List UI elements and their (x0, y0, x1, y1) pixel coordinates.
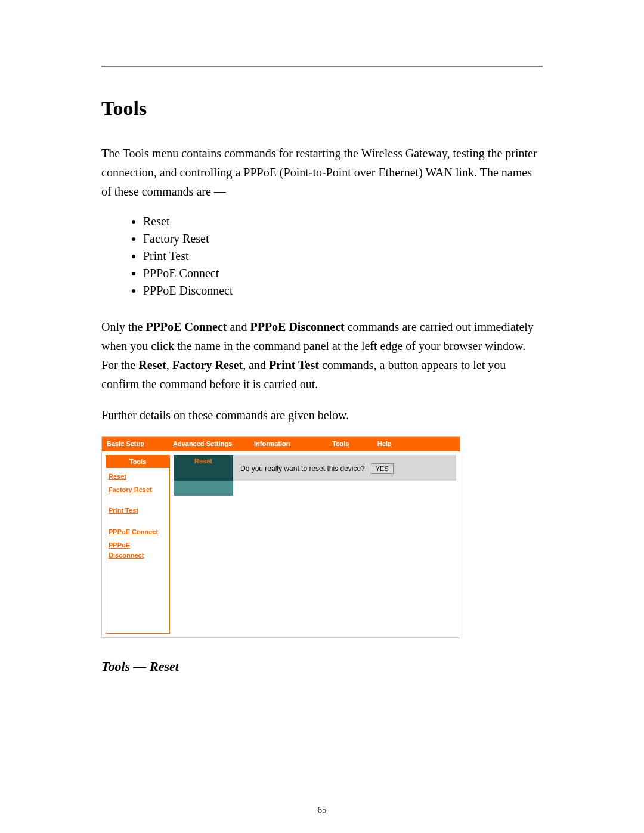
list-item: PPPoE Connect (143, 265, 543, 282)
text: Only the (101, 320, 145, 333)
subsection-heading: Tools — Reset (101, 656, 543, 677)
bold-text: Print Test (269, 358, 319, 371)
nav-help[interactable]: Help (373, 437, 409, 451)
body-text: The Tools menu contains commands for res… (101, 144, 543, 677)
sidebar-title: Tools (106, 456, 169, 469)
bold-text: PPPoE Disconnect (250, 320, 344, 333)
sidebar-links: Reset Factory Reset Print Test PPPoE Con… (106, 468, 169, 566)
text: , (166, 358, 172, 371)
nav-information[interactable]: Information (249, 437, 327, 451)
explanation-paragraph: Only the PPPoE Connect and PPPoE Disconn… (101, 317, 543, 394)
ui-body: Tools Reset Factory Reset Print Test PPP… (102, 451, 460, 637)
text: , and (243, 358, 269, 371)
page-number: 65 (0, 805, 644, 815)
teal-strip (174, 481, 233, 496)
reset-prompt: Do you really want to reset this device? (240, 463, 365, 475)
bold-text: PPPoE Connect (145, 320, 227, 333)
list-item: PPPoE Disconnect (143, 282, 543, 299)
bold-text: Reset (138, 358, 166, 371)
sidebar-pppoe-disconnect[interactable]: PPPoE Disconnect (109, 540, 167, 561)
nav-advanced-settings[interactable]: Advanced Settings (168, 437, 249, 451)
sidebar: Tools Reset Factory Reset Print Test PPP… (106, 455, 170, 634)
section-label: Reset (174, 455, 233, 481)
sidebar-factory-reset[interactable]: Factory Reset (109, 485, 152, 496)
content-box: Do you really want to reset this device?… (233, 455, 456, 481)
top-rule (101, 66, 543, 67)
router-ui-screenshot: Basic Setup Advanced Settings Informatio… (101, 436, 460, 638)
sidebar-pppoe-connect[interactable]: PPPoE Connect (109, 527, 158, 538)
filler-row (174, 481, 456, 496)
sidebar-reset[interactable]: Reset (109, 472, 126, 482)
top-nav: Basic Setup Advanced Settings Informatio… (102, 437, 460, 451)
text: and (227, 320, 250, 333)
nav-tools[interactable]: Tools (327, 437, 373, 451)
document-page: Tools The Tools menu contains commands f… (0, 0, 644, 833)
bold-text: Factory Reset (172, 358, 243, 371)
section-heading: Tools (101, 97, 543, 120)
yes-button[interactable]: YES (371, 463, 394, 474)
further-details-paragraph: Further details on these commands are gi… (101, 405, 543, 425)
nav-basic-setup[interactable]: Basic Setup (102, 437, 168, 451)
content-row: Reset Do you really want to reset this d… (174, 455, 456, 481)
intro-paragraph: The Tools menu contains commands for res… (101, 144, 543, 201)
sidebar-print-test[interactable]: Print Test (109, 506, 138, 516)
main-column: Reset Do you really want to reset this d… (174, 451, 460, 499)
list-item: Factory Reset (143, 230, 543, 247)
command-list: Reset Factory Reset Print Test PPPoE Con… (131, 213, 543, 299)
list-item: Reset (143, 213, 543, 230)
list-item: Print Test (143, 247, 543, 265)
